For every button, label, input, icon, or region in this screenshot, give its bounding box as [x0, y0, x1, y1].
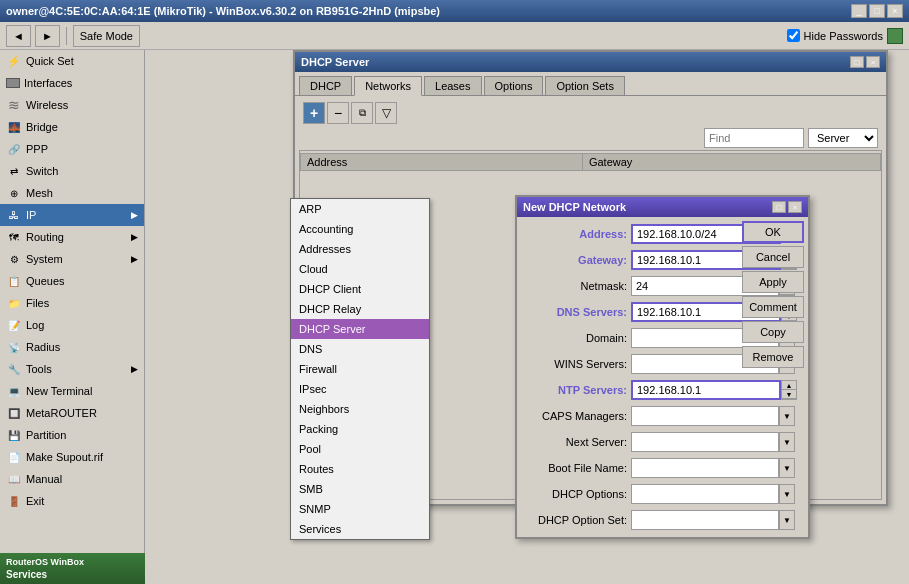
ntp-down[interactable]: ▼ [782, 390, 796, 399]
find-input[interactable] [704, 128, 804, 148]
remove-button[interactable]: Remove [742, 346, 804, 368]
sidebar-item-quick-set[interactable]: ⚡ Quick Set [0, 50, 144, 72]
submenu-item-ipsec[interactable]: IPsec [291, 379, 429, 399]
forward-button[interactable]: ► [35, 25, 60, 47]
submenu-item-smb[interactable]: SMB [291, 479, 429, 499]
gateway-label: Gateway: [527, 254, 627, 266]
tab-networks[interactable]: Networks [354, 76, 422, 96]
submenu-item-neighbors[interactable]: Neighbors [291, 399, 429, 419]
submenu-item-services[interactable]: Services [291, 519, 429, 539]
filter-button[interactable]: ▽ [375, 102, 397, 124]
hide-passwords-checkbox[interactable] [787, 29, 800, 42]
caps-dropdown-btn[interactable]: ▼ [779, 406, 795, 426]
apply-button[interactable]: Apply [742, 271, 804, 293]
back-button[interactable]: ◄ [6, 25, 31, 47]
sidebar-item-wireless[interactable]: ≋ Wireless [0, 94, 144, 116]
ntp-input[interactable] [631, 380, 781, 400]
domain-label: Domain: [527, 332, 627, 344]
sidebar-item-mesh[interactable]: ⊕ Mesh [0, 182, 144, 204]
submenu-item-packing[interactable]: Packing [291, 419, 429, 439]
submenu-item-addresses[interactable]: Addresses [291, 239, 429, 259]
sidebar-label-new-terminal: New Terminal [26, 385, 92, 397]
sidebar-item-routing[interactable]: 🗺 Routing ▶ [0, 226, 144, 248]
routing-arrow-icon: ▶ [131, 232, 138, 242]
next-server-label: Next Server: [527, 436, 627, 448]
submenu-item-accounting[interactable]: Accounting [291, 219, 429, 239]
sidebar-label-ip: IP [26, 209, 36, 221]
ntp-spinner[interactable]: ▲ ▼ [781, 380, 797, 400]
remove-button[interactable]: − [327, 102, 349, 124]
boot-file-input[interactable] [631, 458, 779, 478]
system-arrow-icon: ▶ [131, 254, 138, 264]
sidebar-item-files[interactable]: 📁 Files [0, 292, 144, 314]
inner-toolbar: + − ⧉ ▽ [299, 100, 882, 126]
tab-options[interactable]: Options [484, 76, 544, 95]
submenu-item-pool[interactable]: Pool [291, 439, 429, 459]
sidebar-item-manual[interactable]: 📖 Manual [0, 468, 144, 490]
radius-icon: 📡 [6, 339, 22, 355]
dhcp-options-input[interactable] [631, 484, 779, 504]
dialog-title-bar: New DHCP Network □ × [517, 197, 808, 217]
boot-file-dropdown-btn[interactable]: ▼ [779, 458, 795, 478]
server-dropdown[interactable]: Server [808, 128, 878, 148]
sidebar-item-log[interactable]: 📝 Log [0, 314, 144, 336]
sidebar-item-exit[interactable]: 🚪 Exit [0, 490, 144, 512]
sidebar-item-ip[interactable]: 🖧 IP ▶ [0, 204, 144, 226]
add-button[interactable]: + [303, 102, 325, 124]
dhcp-option-set-dropdown-btn[interactable]: ▼ [779, 510, 795, 530]
sidebar-item-tools[interactable]: 🔧 Tools ▶ [0, 358, 144, 380]
sidebar-item-interfaces[interactable]: Interfaces [0, 72, 144, 94]
sidebar-item-metarouter[interactable]: 🔲 MetaROUTER [0, 402, 144, 424]
ok-button[interactable]: OK [742, 221, 804, 243]
tab-leases[interactable]: Leases [424, 76, 481, 95]
maximize-button[interactable]: □ [869, 4, 885, 18]
sidebar-item-radius[interactable]: 📡 Radius [0, 336, 144, 358]
ip-icon: 🖧 [6, 207, 22, 223]
sidebar-item-system[interactable]: ⚙ System ▶ [0, 248, 144, 270]
sidebar-item-switch[interactable]: ⇄ Switch [0, 160, 144, 182]
metarouter-icon: 🔲 [6, 405, 22, 421]
dialog-restore-button[interactable]: □ [772, 201, 786, 213]
sidebar-item-partition[interactable]: 💾 Partition [0, 424, 144, 446]
submenu-item-routes[interactable]: Routes [291, 459, 429, 479]
ntp-up[interactable]: ▲ [782, 381, 796, 390]
safe-mode-button[interactable]: Safe Mode [73, 25, 140, 47]
dhcp-option-set-input[interactable] [631, 510, 779, 530]
submenu-item-dhcp-server[interactable]: DHCP Server [291, 319, 429, 339]
dhcp-options-dropdown-btn[interactable]: ▼ [779, 484, 795, 504]
copy-button[interactable]: ⧉ [351, 102, 373, 124]
submenu-item-snmp[interactable]: SNMP [291, 499, 429, 519]
sidebar-item-bridge[interactable]: 🌉 Bridge [0, 116, 144, 138]
sidebar-item-ppp[interactable]: 🔗 PPP [0, 138, 144, 160]
ntp-label: NTP Servers: [527, 384, 627, 396]
system-icon: ⚙ [6, 251, 22, 267]
submenu-item-cloud[interactable]: Cloud [291, 259, 429, 279]
submenu-item-firewall[interactable]: Firewall [291, 359, 429, 379]
comment-button[interactable]: Comment [742, 296, 804, 318]
caps-input[interactable] [631, 406, 779, 426]
sidebar-item-make-supout[interactable]: 📄 Make Supout.rif [0, 446, 144, 468]
minimize-button[interactable]: _ [851, 4, 867, 18]
tab-dhcp[interactable]: DHCP [299, 76, 352, 95]
interfaces-icon [6, 78, 20, 88]
next-server-dropdown-btn[interactable]: ▼ [779, 432, 795, 452]
next-server-input[interactable] [631, 432, 779, 452]
mesh-icon: ⊕ [6, 185, 22, 201]
submenu-item-dns[interactable]: DNS [291, 339, 429, 359]
dhcp-restore-button[interactable]: □ [850, 56, 864, 68]
close-button[interactable]: × [887, 4, 903, 18]
hide-passwords-container: Hide Passwords [787, 28, 903, 44]
copy-button[interactable]: Copy [742, 321, 804, 343]
cancel-button[interactable]: Cancel [742, 246, 804, 268]
dhcp-close-button[interactable]: × [866, 56, 880, 68]
dialog-close-button[interactable]: × [788, 201, 802, 213]
sidebar-item-new-terminal[interactable]: 💻 New Terminal [0, 380, 144, 402]
sidebar-item-queues[interactable]: 📋 Queues [0, 270, 144, 292]
submenu-item-dhcp-relay[interactable]: DHCP Relay [291, 299, 429, 319]
col-gateway: Gateway [582, 154, 880, 171]
dhcp-server-controls: □ × [850, 56, 880, 68]
submenu-item-arp[interactable]: ARP [291, 199, 429, 219]
tab-option-sets[interactable]: Option Sets [545, 76, 624, 95]
sidebar-label-radius: Radius [26, 341, 60, 353]
submenu-item-dhcp-client[interactable]: DHCP Client [291, 279, 429, 299]
